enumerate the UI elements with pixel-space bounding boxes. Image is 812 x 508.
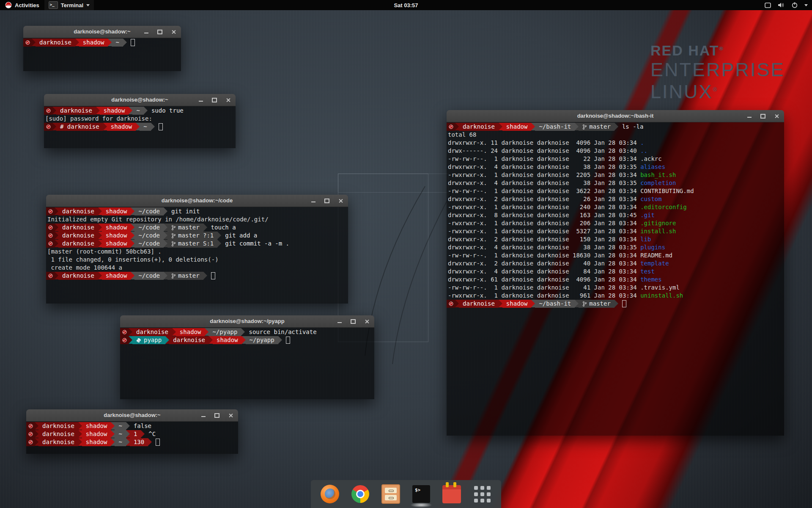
terminal-app-icon: >_ bbox=[49, 1, 58, 9]
powerline-arrow bbox=[52, 107, 56, 114]
window-buttons bbox=[311, 195, 343, 207]
minimize-button[interactable] bbox=[201, 413, 206, 418]
terminal-content[interactable]: darknoiseshadow~/codegit initInitialized… bbox=[46, 207, 348, 304]
prompt-segment-logo bbox=[44, 123, 52, 131]
prompt-segment-host: shadow bbox=[82, 430, 111, 438]
powerline-arrow bbox=[55, 232, 58, 239]
file-name: completion bbox=[640, 179, 676, 186]
file-meta: -rw-rw-r--. 1 darknoise darknoise 3622 J… bbox=[448, 188, 640, 194]
powerline-arrow bbox=[55, 240, 58, 247]
firefox-icon[interactable] bbox=[320, 484, 340, 504]
minimize-icon bbox=[747, 117, 752, 118]
file-list-row: -rwxrwxr-x. 1 darknoise darknoise 2205 J… bbox=[447, 171, 784, 179]
minimize-button[interactable] bbox=[311, 198, 316, 203]
prompt-line: darknoiseshadow~130 bbox=[26, 438, 238, 446]
close-button[interactable] bbox=[228, 413, 233, 418]
window-titlebar[interactable]: darknoise@shadow:~/pyapp bbox=[120, 315, 374, 328]
terminal-cursor[interactable] bbox=[622, 300, 626, 307]
maximize-button[interactable] bbox=[760, 113, 765, 119]
prompt-segment-path: ~/code bbox=[134, 207, 164, 215]
prompt-segment-logo bbox=[23, 39, 32, 47]
powerline-arrow bbox=[499, 123, 502, 130]
powerline-arrow bbox=[98, 240, 102, 247]
command-text: git add a bbox=[225, 232, 257, 240]
file-list-row: drwxrwxr-x. 2 darknoise darknoise 26 Jan… bbox=[447, 195, 784, 203]
grid-dot bbox=[474, 486, 478, 490]
maximize-button[interactable] bbox=[212, 97, 217, 102]
powerline-arrow bbox=[455, 123, 459, 130]
segment-text: shadow bbox=[86, 438, 107, 446]
terminal-content[interactable]: darknoiseshadow~falsedarknoiseshadow~1^C… bbox=[26, 422, 238, 454]
close-button[interactable] bbox=[225, 97, 230, 102]
segment-text: ~ bbox=[118, 422, 122, 430]
minimize-button[interactable] bbox=[747, 113, 752, 119]
powerline-arrow bbox=[148, 438, 152, 446]
file-list-row: drwxrwxr-x. 8 darknoise darknoise 163 Ja… bbox=[447, 211, 784, 219]
prompt-segment-logo bbox=[44, 107, 52, 115]
segment-text: shadow bbox=[217, 336, 238, 344]
terminal-content[interactable]: darknoiseshadow~sudo true[sudo] password… bbox=[44, 106, 236, 148]
close-button[interactable] bbox=[171, 29, 176, 34]
redhat-logo-icon bbox=[5, 2, 12, 8]
powerline-arrow bbox=[35, 430, 38, 438]
terminal-content[interactable]: darknoiseshadow~ bbox=[23, 38, 181, 71]
prompt-segment-host: shadow bbox=[102, 207, 131, 215]
terminal-cursor[interactable] bbox=[211, 272, 215, 279]
prompt-distro-icon bbox=[46, 124, 51, 129]
powerline-arrow bbox=[164, 272, 167, 279]
activities-button[interactable]: Activities bbox=[0, 0, 44, 10]
terminal-icon[interactable]: $> bbox=[411, 484, 431, 504]
powerline-arrow bbox=[98, 232, 102, 239]
prompt-segment-git: master bbox=[167, 224, 203, 232]
minimize-button[interactable] bbox=[198, 97, 203, 102]
system-status-area[interactable] bbox=[765, 0, 812, 10]
close-icon bbox=[171, 30, 176, 34]
terminal-cursor[interactable] bbox=[131, 39, 135, 46]
powerline-arrow bbox=[55, 272, 58, 279]
prompt-segment-user: darknoise bbox=[58, 224, 98, 232]
close-button[interactable] bbox=[364, 319, 369, 324]
file-list-row: drwxrwxr-x. 4 darknoise darknoise 38 Jan… bbox=[447, 163, 784, 171]
minimize-button[interactable] bbox=[337, 319, 342, 324]
window-titlebar[interactable]: darknoise@shadow:~/bash-it bbox=[447, 110, 784, 122]
command-text: git commit -a -m . bbox=[225, 240, 289, 248]
window-titlebar[interactable]: darknoise@shadow:~/code bbox=[46, 195, 348, 207]
segment-text: ~ bbox=[136, 107, 140, 115]
prompt-segment-user: darknoise bbox=[58, 232, 98, 240]
maximize-button[interactable] bbox=[157, 29, 162, 34]
maximize-button[interactable] bbox=[324, 198, 329, 203]
grid-dot bbox=[474, 492, 478, 496]
window-titlebar[interactable]: darknoise@shadow:~ bbox=[23, 26, 181, 38]
powerline-arrow bbox=[203, 272, 207, 279]
chrome-icon[interactable] bbox=[351, 484, 370, 504]
window-buttons bbox=[144, 26, 176, 38]
segment-text: shadow bbox=[111, 123, 132, 131]
file-name: .git bbox=[640, 212, 655, 218]
file-meta: drwxrwxr-x. 2 darknoise darknoise 150 Ja… bbox=[448, 236, 640, 243]
powerline-arrow bbox=[165, 336, 169, 344]
files-icon[interactable] bbox=[381, 484, 401, 504]
app-menu-terminal[interactable]: >_ Terminal bbox=[44, 0, 94, 10]
minimize-button[interactable] bbox=[144, 29, 149, 34]
file-name: test bbox=[640, 268, 655, 275]
terminal-content[interactable]: darknoiseshadow~/bash-itmasterls -latota… bbox=[447, 122, 784, 436]
powerline-arrow bbox=[131, 272, 134, 279]
clock[interactable]: Sat 03:57 bbox=[394, 2, 418, 8]
powerline-arrow bbox=[241, 328, 245, 336]
maximize-button[interactable] bbox=[351, 319, 356, 324]
toolbox-icon[interactable] bbox=[442, 484, 461, 504]
command-text: ^C bbox=[148, 430, 156, 438]
prompt-distro-icon bbox=[122, 338, 127, 342]
maximize-button[interactable] bbox=[214, 413, 219, 418]
file-meta: drwxrwxr-x. 2 darknoise darknoise 26 Jan… bbox=[448, 196, 640, 202]
show-applications-icon[interactable] bbox=[472, 484, 492, 504]
terminal-content[interactable]: darknoiseshadow~/pyappsource bin/activat… bbox=[120, 328, 374, 399]
terminal-cursor[interactable] bbox=[159, 123, 163, 130]
close-button[interactable] bbox=[338, 198, 343, 203]
terminal-cursor[interactable] bbox=[286, 337, 290, 344]
window-titlebar[interactable]: darknoise@shadow:~ bbox=[44, 94, 236, 106]
close-button[interactable] bbox=[774, 113, 779, 119]
window-titlebar[interactable]: darknoise@shadow:~ bbox=[26, 409, 238, 422]
grid-dot bbox=[480, 492, 484, 496]
terminal-cursor[interactable] bbox=[156, 439, 160, 446]
